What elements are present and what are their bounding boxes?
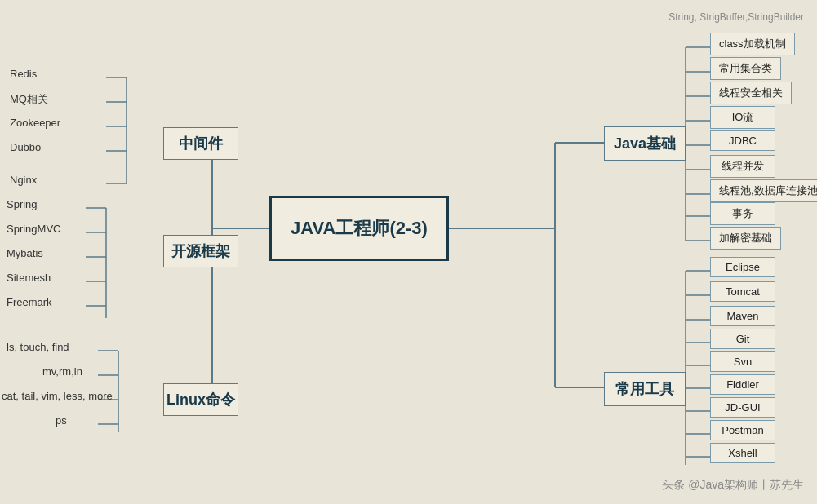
subtitle: String, StrigBuffer,StringBuilder: [668, 11, 804, 23]
item-springmvc: SpringMVC: [7, 223, 60, 235]
cat-opensource: 开源框架: [163, 235, 238, 267]
item-jdgui: JD-GUI: [710, 397, 775, 418]
item-collection: 常用集合类: [710, 57, 781, 80]
central-box: JAVA工程师(2-3): [269, 196, 449, 261]
item-crypto: 加解密基础: [710, 227, 781, 250]
cat-java-basic: Java基础: [604, 126, 686, 161]
item-thread-concurrent: 线程并发: [710, 155, 775, 178]
item-thread-pool: 线程池,数据库连接池: [710, 179, 817, 202]
item-dubbo: Dubbo: [10, 141, 41, 153]
diagram-container: JAVA工程师(2-3) Java基础 class加载机制 常用集合类 线程安全…: [0, 0, 817, 504]
item-mq: MQ相关: [10, 92, 48, 107]
item-nginx: Nginx: [10, 174, 37, 186]
item-thread-safe: 线程安全相关: [710, 82, 792, 104]
cat-linux: Linux命令: [163, 383, 238, 416]
item-ls: ls, touch, find: [7, 341, 69, 353]
item-mybatis: Mybatis: [7, 247, 43, 259]
item-maven: Maven: [710, 306, 775, 326]
item-freemark: Freemark: [7, 296, 52, 308]
item-jdbc: JDBC: [710, 130, 775, 151]
cat-common-tools: 常用工具: [604, 372, 686, 406]
item-postman: Postman: [710, 420, 775, 440]
cat-middleware: 中间件: [163, 127, 238, 160]
item-eclipse: Eclipse: [710, 257, 775, 277]
item-class-loader: class加载机制: [710, 33, 795, 55]
item-sitemesh: Sitemesh: [7, 272, 51, 284]
item-mv: mv,rm,ln: [42, 365, 82, 378]
item-zookeeper: Zookeeper: [10, 117, 60, 129]
item-spring: Spring: [7, 198, 38, 210]
item-cat: cat, tail, vim, less, more: [2, 390, 113, 402]
central-label: JAVA工程师(2-3): [291, 216, 428, 241]
item-io: IO流: [710, 106, 775, 129]
item-redis: Redis: [10, 68, 37, 80]
watermark: 头条 @Java架构师丨苏先生: [662, 478, 804, 493]
item-git: Git: [710, 329, 775, 349]
item-xshell: Xshell: [710, 443, 775, 463]
item-tomcat: Tomcat: [710, 281, 775, 302]
item-fiddler: Fiddler: [710, 374, 775, 395]
item-transaction: 事务: [710, 202, 775, 225]
item-svn: Svn: [710, 351, 775, 372]
item-ps: ps: [56, 414, 67, 427]
